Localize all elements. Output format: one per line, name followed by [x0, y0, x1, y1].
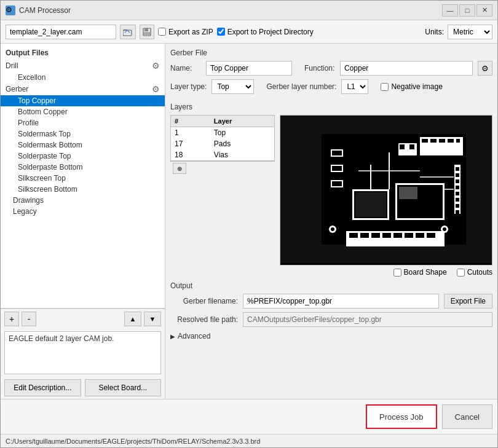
export-zip-checkbox[interactable]: Export as ZIP — [158, 28, 213, 36]
resolved-path-row: Resolved file path: — [170, 312, 492, 327]
solderpaste-top-item[interactable]: Solderpaste Top — [1, 151, 165, 162]
top-copper-item[interactable]: Top Copper — [1, 95, 165, 106]
select-board-button[interactable]: Select Board... — [85, 379, 162, 396]
open-button[interactable] — [120, 25, 136, 39]
svg-rect-11 — [430, 139, 437, 143]
action-buttons: Process Job Cancel — [1, 399, 497, 434]
soldermask-top-item[interactable]: Soldermask Top — [1, 128, 165, 140]
svg-rect-30 — [371, 233, 380, 238]
add-layer-button[interactable]: ⊕ — [173, 163, 186, 174]
cancel-button[interactable]: Cancel — [442, 404, 492, 429]
negative-image-checkbox[interactable]: Negative image — [381, 82, 442, 91]
table-row[interactable]: 18 Vias — [171, 149, 274, 160]
soldermask-bottom-item[interactable]: Soldermask Bottom — [1, 140, 165, 151]
export-dir-checkbox[interactable]: Export to Project Directory — [217, 28, 314, 36]
layer-type-label: Layer type: — [170, 82, 207, 91]
bottom-copper-item[interactable]: Bottom Copper — [1, 106, 165, 117]
function-input[interactable] — [340, 61, 473, 76]
svg-rect-3 — [144, 28, 148, 31]
svg-rect-31 — [382, 233, 391, 238]
col-layer: Layer — [210, 116, 274, 127]
export-zip-input[interactable] — [158, 28, 166, 36]
svg-rect-28 — [349, 233, 358, 238]
svg-rect-32 — [393, 233, 402, 238]
svg-rect-24 — [456, 198, 459, 202]
advanced-arrow-icon: ▶ — [170, 333, 175, 340]
gerber-filename-label: Gerber filename: — [170, 297, 238, 305]
filename-input[interactable] — [6, 25, 116, 39]
layers-toolbar: ⊕ — [170, 161, 275, 175]
remove-item-button[interactable]: - — [22, 312, 36, 326]
svg-rect-10 — [422, 139, 428, 143]
layers-table: # Layer 1 Top — [171, 116, 274, 160]
save-button[interactable] — [140, 25, 154, 39]
table-row[interactable]: 1 Top — [171, 127, 274, 139]
silkscreen-bottom-item[interactable]: Silkscreen Bottom — [1, 184, 165, 195]
gerber-file-section: Gerber File Name: Function: ⚙ Layer type… — [170, 49, 492, 98]
add-item-button[interactable]: + — [4, 312, 19, 326]
col-num: # — [171, 116, 210, 127]
negative-image-input[interactable] — [381, 83, 389, 91]
close-button[interactable]: ✕ — [476, 4, 492, 17]
svg-rect-56 — [399, 187, 417, 199]
silkscreen-top-item[interactable]: Silkscreen Top — [1, 173, 165, 184]
gerber-layer-label: Gerber layer number: — [266, 82, 336, 91]
gerber-layer-select[interactable]: L1 L2 L3 — [341, 79, 368, 94]
name-label: Name: — [170, 64, 201, 73]
function-label: Function: — [304, 64, 335, 73]
advanced-row[interactable]: ▶ Advanced — [170, 331, 492, 342]
layer-num: 18 — [171, 149, 210, 160]
file-tree: Output Files Drill ⚙ Excellon Gerber ⚙ T… — [1, 44, 165, 308]
process-job-button[interactable]: Process Job — [366, 404, 437, 429]
name-input[interactable] — [206, 61, 292, 76]
svg-rect-49 — [332, 181, 342, 186]
svg-rect-29 — [360, 233, 369, 238]
cutouts-checkbox[interactable]: Cutouts — [457, 268, 492, 277]
cutouts-input[interactable] — [457, 269, 465, 277]
advanced-label: Advanced — [178, 332, 210, 340]
svg-rect-20 — [456, 173, 459, 177]
layer-name: Pads — [210, 138, 274, 149]
app-icon: ⚙ — [6, 6, 15, 15]
minimize-button[interactable]: — — [442, 4, 458, 17]
layer-name: Top — [210, 127, 274, 139]
maximize-button[interactable]: □ — [459, 4, 475, 17]
export-file-button[interactable]: Export File — [444, 294, 492, 308]
resolved-path-label: Resolved file path: — [170, 315, 238, 324]
board-shape-input[interactable] — [393, 269, 401, 277]
gerber-filename-row: Gerber filename: Export File — [170, 294, 492, 308]
profile-item[interactable]: Profile — [1, 117, 165, 128]
board-shape-checkbox[interactable]: Board Shape — [393, 268, 447, 277]
svg-rect-17 — [409, 144, 414, 149]
svg-rect-33 — [405, 233, 413, 238]
legacy-item[interactable]: Legacy — [1, 206, 165, 217]
layer-type-select[interactable]: Top Bottom Inner — [211, 79, 254, 94]
move-up-button[interactable]: ▲ — [124, 312, 141, 326]
svg-rect-25 — [456, 204, 459, 208]
gerber-gear-icon[interactable]: ⚙ — [152, 84, 160, 94]
svg-rect-45 — [332, 151, 342, 155]
excellon-item[interactable]: Excellon — [1, 72, 165, 83]
titlebar: ⚙ CAM Processor — □ ✕ — [1, 1, 497, 20]
drill-gear-icon[interactable]: ⚙ — [152, 61, 160, 71]
table-row[interactable]: 17 Pads — [171, 138, 274, 149]
layer-num: 17 — [171, 138, 210, 149]
layer-num: 1 — [171, 127, 210, 139]
move-down-button[interactable]: ▼ — [144, 312, 161, 326]
name-row: Name: Function: ⚙ — [170, 61, 492, 76]
gerber-filename-input[interactable] — [243, 294, 439, 308]
layers-section: Layers # Layer — [170, 103, 492, 277]
svg-rect-12 — [439, 139, 445, 143]
edit-description-button[interactable]: Edit Description... — [4, 379, 81, 396]
tree-actions: + - ▲ ▼ — [1, 308, 165, 329]
drawings-item[interactable]: Drawings — [1, 195, 165, 206]
units-select[interactable]: Metric Imperial — [448, 25, 492, 39]
svg-rect-26 — [456, 210, 459, 214]
output-files-header: Output Files — [1, 46, 165, 60]
solderpaste-bottom-item[interactable]: Solderpaste Bottom — [1, 162, 165, 173]
right-panel: Gerber File Name: Function: ⚙ Layer type… — [165, 44, 497, 399]
svg-rect-14 — [456, 139, 460, 143]
resolved-path-input — [243, 312, 492, 327]
function-gear-button[interactable]: ⚙ — [478, 61, 492, 76]
export-dir-input[interactable] — [217, 28, 225, 36]
